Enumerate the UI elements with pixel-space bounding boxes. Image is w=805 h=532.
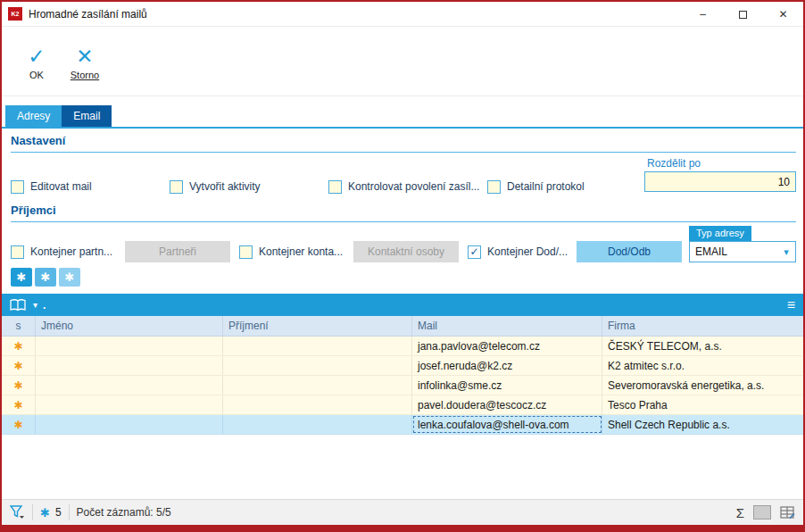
selected-count: 5 [55, 506, 62, 519]
asterisk-button-1[interactable]: ✱ [11, 268, 32, 287]
cell-jmeno[interactable] [36, 415, 223, 434]
cell-jmeno[interactable] [36, 337, 223, 355]
cell-prijmeni[interactable] [223, 376, 412, 395]
asterisk-icon[interactable]: ✱ [40, 506, 50, 520]
checkbox-kontejner-partneri[interactable]: Kontejner partn... [11, 245, 112, 259]
records-count-text: Počet záznamů: 5/5 [77, 506, 171, 519]
partneri-button[interactable]: Partneři [125, 241, 230, 262]
cell-firma[interactable]: ČESKÝ TELECOM, a.s. [602, 337, 803, 355]
cell-firma[interactable]: Shell Czech Republic a.s. [602, 415, 803, 434]
checkbox-box[interactable] [328, 180, 342, 194]
asterisk-button-2[interactable]: ✱ [35, 268, 56, 287]
maximize-button[interactable] [723, 2, 763, 27]
separator [32, 504, 33, 520]
address-type-value: EMAIL [690, 245, 777, 258]
dialog-window: K2 Hromadné zasílání mailů – ✕ ✓ OK ✕ St… [0, 0, 805, 532]
cell-firma[interactable]: Severomoravská energetika, a.s. [602, 376, 803, 395]
checkbox-box[interactable] [11, 245, 24, 259]
checkbox-box[interactable] [487, 180, 501, 194]
statusbar-right: Σ [736, 505, 795, 520]
record-marker-icon: ✱ [2, 337, 36, 355]
check-icon: ✓ [469, 245, 478, 258]
cell-mail-focused[interactable]: lenka.coufalova@shell-ova.com [412, 415, 602, 434]
grid-toolbar: ▾ . ≡ [2, 294, 803, 316]
tab-email[interactable]: Email [62, 105, 112, 127]
dod-odb-button[interactable]: Dod/Odb [577, 241, 682, 262]
cell-firma[interactable]: K2 atmitec s.r.o. [602, 356, 803, 375]
cell-jmeno[interactable] [36, 376, 223, 395]
cell-mail[interactable]: pavel.doudera@tescocz.cz [412, 395, 602, 414]
split-label: Rozdělit po [647, 157, 701, 170]
address-type-label: Typ adresy [689, 226, 751, 241]
address-type-dropdown[interactable]: EMAIL ▾ [689, 241, 796, 262]
chevron-down-icon[interactable]: ▾ [33, 300, 37, 310]
checkbox-editovat-mail[interactable]: Editovat mail [11, 179, 92, 194]
status-bar: ✱ 5 Počet záznamů: 5/5 Σ [2, 499, 803, 525]
cell-mail[interactable]: infolinka@sme.cz [412, 376, 602, 395]
checkbox-label: Editovat mail [30, 180, 92, 193]
checkbox-kontrolovat-povoleni[interactable]: Kontrolovat povolení zasíl... [328, 179, 479, 194]
book-icon[interactable] [10, 299, 26, 312]
grid-settings-icon[interactable] [780, 506, 795, 520]
cell-mail[interactable]: jana.pavlova@telecom.cz [412, 337, 602, 355]
asterisk-button-3[interactable]: ✱ [59, 268, 80, 287]
storno-button[interactable]: ✕ Storno [61, 36, 109, 89]
close-button[interactable]: ✕ [763, 2, 803, 27]
main-toolbar: ✓ OK ✕ Storno [2, 28, 803, 96]
cell-prijmeni[interactable] [223, 415, 412, 434]
checkbox-box[interactable] [11, 180, 24, 194]
checkbox-detailni-protokol[interactable]: Detailní protokol [487, 179, 585, 194]
checkbox-box[interactable]: ✓ [468, 245, 481, 259]
column-header-jmeno[interactable]: Jméno [36, 316, 223, 336]
split-input[interactable] [644, 171, 796, 192]
checkbox-kontejner-kontakty[interactable]: Kontejner konta... [239, 245, 343, 259]
checkbox-label: Kontejner konta... [259, 245, 343, 258]
column-header-prijmeni[interactable]: Příjmení [223, 316, 412, 336]
record-marker-icon: ✱ [2, 356, 36, 375]
checkbox-kontejner-dododb[interactable]: ✓ Kontejner Dod/... [468, 245, 568, 259]
tab-bar: Adresy Email [5, 105, 112, 127]
record-marker-icon: ✱ [2, 395, 36, 414]
cell-firma[interactable]: Tesco Praha [602, 395, 803, 414]
table-row[interactable]: ✱ pavel.doudera@tescocz.cz Tesco Praha [2, 395, 803, 415]
cell-prijmeni[interactable] [223, 337, 412, 355]
hamburger-menu-icon[interactable]: ≡ [787, 297, 795, 313]
table-row[interactable]: ✱ josef.neruda@k2.cz K2 atmitec s.r.o. [2, 356, 803, 376]
cell-jmeno[interactable] [36, 356, 223, 375]
cell-prijmeni[interactable] [223, 395, 412, 414]
column-header-mail[interactable]: Mail [412, 316, 602, 336]
column-header-s[interactable]: s [2, 316, 36, 336]
column-header-firma[interactable]: Firma [602, 316, 803, 336]
separator [69, 504, 70, 520]
table-row-selected[interactable]: ✱ lenka.coufalova@shell-ova.com Shell Cz… [2, 415, 803, 435]
section-title-prijemci: Příjemci [11, 204, 796, 222]
cell-prijmeni[interactable] [223, 356, 412, 375]
app-icon: K2 [8, 7, 22, 21]
cell-mail[interactable]: josef.neruda@k2.cz [412, 356, 602, 375]
checkbox-box[interactable] [170, 180, 183, 194]
checkbox-label: Kontejner partn... [30, 245, 112, 258]
storno-label: Storno [71, 70, 99, 80]
maximize-icon [739, 11, 747, 19]
window-title: Hromadné zasílání mailů [29, 8, 147, 21]
filter-icon[interactable] [10, 505, 25, 520]
ok-label: OK [29, 70, 44, 80]
sum-icon[interactable]: Σ [736, 505, 744, 520]
minimize-button[interactable]: – [683, 2, 723, 27]
tab-underline [2, 127, 803, 129]
cell-jmeno[interactable] [36, 395, 223, 414]
chevron-down-icon[interactable]: ▾ [777, 246, 795, 258]
gray-panel-button[interactable] [753, 505, 771, 520]
kontaktni-osoby-button[interactable]: Kontaktní osoby [353, 241, 459, 262]
dot-icon: . [43, 299, 46, 312]
tab-adresy[interactable]: Adresy [5, 105, 62, 127]
table-row[interactable]: ✱ infolinka@sme.cz Severomoravská energe… [2, 376, 803, 395]
ok-button[interactable]: ✓ OK [12, 36, 61, 89]
table-row[interactable]: ✱ jana.pavlova@telecom.cz ČESKÝ TELECOM,… [2, 337, 803, 356]
checkbox-box[interactable] [239, 245, 253, 259]
cancel-icon: ✕ [76, 46, 93, 67]
grid-header: s Jméno Příjmení Mail Firma [2, 316, 803, 337]
checkbox-vytvorit-aktivity[interactable]: Vytvořit aktivity [170, 179, 261, 194]
check-icon: ✓ [28, 46, 45, 67]
checkbox-label: Vytvořit aktivity [189, 180, 261, 193]
